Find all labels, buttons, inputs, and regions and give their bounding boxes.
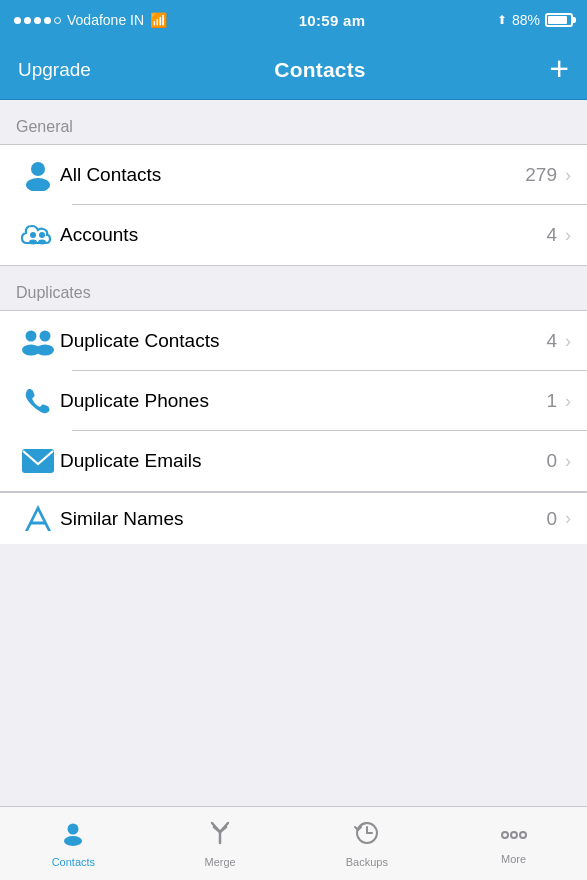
content-area: General All Contacts 279 › xyxy=(0,100,587,806)
dup-contacts-icon xyxy=(16,326,60,356)
status-left: Vodafone IN 📶 xyxy=(14,12,167,28)
dup-contacts-label: Duplicate Contacts xyxy=(60,330,546,352)
all-contacts-count: 279 xyxy=(525,164,557,186)
status-right: ⬆ 88% xyxy=(497,12,573,28)
upgrade-button[interactable]: Upgrade xyxy=(18,59,91,81)
signal-dot-2 xyxy=(24,17,31,24)
merge-tab-label: Merge xyxy=(205,856,236,868)
dup-contacts-count: 4 xyxy=(546,330,557,352)
svg-point-21 xyxy=(520,832,526,838)
accounts-chevron: › xyxy=(565,225,571,246)
dup-emails-row[interactable]: Duplicate Emails 0 › xyxy=(0,431,587,491)
svg-point-3 xyxy=(29,240,37,245)
battery-percent: 88% xyxy=(512,12,540,28)
all-contacts-row[interactable]: All Contacts 279 › xyxy=(0,145,587,205)
signal-dot-4 xyxy=(44,17,51,24)
tab-more[interactable]: More xyxy=(440,807,587,880)
dup-phones-chevron: › xyxy=(565,391,571,412)
backups-tab-label: Backups xyxy=(346,856,388,868)
signal-dots xyxy=(14,17,61,24)
svg-point-1 xyxy=(26,178,50,191)
accounts-row[interactable]: Accounts 4 › xyxy=(0,205,587,265)
similar-names-icon xyxy=(16,503,60,535)
dup-emails-label: Duplicate Emails xyxy=(60,450,546,472)
svg-rect-10 xyxy=(22,449,54,473)
similar-names-label: Similar Names xyxy=(60,508,546,530)
more-tab-icon xyxy=(501,823,527,849)
svg-point-2 xyxy=(30,232,36,238)
dup-phones-row[interactable]: Duplicate Phones 1 › xyxy=(0,371,587,431)
svg-point-14 xyxy=(64,836,82,846)
svg-point-9 xyxy=(36,345,54,356)
svg-point-6 xyxy=(26,331,37,342)
similar-names-chevron: › xyxy=(565,508,571,529)
general-section-header: General xyxy=(0,100,587,144)
backups-tab-icon xyxy=(354,820,380,852)
tab-contacts[interactable]: Contacts xyxy=(0,807,147,880)
dup-phones-label: Duplicate Phones xyxy=(60,390,546,412)
dup-emails-icon xyxy=(16,448,60,474)
dup-contacts-chevron: › xyxy=(565,331,571,352)
dup-phones-icon xyxy=(16,386,60,416)
duplicates-section-header: Duplicates xyxy=(0,266,587,310)
contacts-tab-icon xyxy=(60,820,86,852)
merge-tab-icon xyxy=(207,820,233,852)
carrier-label: Vodafone IN xyxy=(67,12,144,28)
page-title: Contacts xyxy=(274,58,365,82)
tab-bar: Contacts Merge Backups xyxy=(0,806,587,880)
accounts-label: Accounts xyxy=(60,224,546,246)
svg-point-13 xyxy=(68,823,79,834)
location-arrow-icon: ⬆ xyxy=(497,13,507,27)
more-tab-label: More xyxy=(501,853,526,865)
similar-names-count: 0 xyxy=(546,508,557,530)
all-contacts-icon xyxy=(16,159,60,191)
dup-emails-count: 0 xyxy=(546,450,557,472)
signal-dot-1 xyxy=(14,17,21,24)
status-bar: Vodafone IN 📶 10:59 am ⬆ 88% xyxy=(0,0,587,40)
accounts-icon xyxy=(16,221,60,249)
nav-bar: Upgrade Contacts + xyxy=(0,40,587,100)
all-contacts-chevron: › xyxy=(565,165,571,186)
status-time: 10:59 am xyxy=(299,12,366,29)
tab-backups[interactable]: Backups xyxy=(294,807,441,880)
svg-point-8 xyxy=(40,331,51,342)
svg-point-4 xyxy=(39,232,45,238)
signal-dot-3 xyxy=(34,17,41,24)
svg-point-0 xyxy=(31,162,45,176)
all-contacts-label: All Contacts xyxy=(60,164,525,186)
accounts-count: 4 xyxy=(546,224,557,246)
similar-names-partial-row[interactable]: Similar Names 0 › xyxy=(0,492,587,544)
add-button[interactable]: + xyxy=(549,51,569,85)
duplicates-list: Duplicate Contacts 4 › Duplicate Phones … xyxy=(0,310,587,492)
tab-merge[interactable]: Merge xyxy=(147,807,294,880)
svg-point-20 xyxy=(511,832,517,838)
dup-contacts-row[interactable]: Duplicate Contacts 4 › xyxy=(0,311,587,371)
signal-dot-5 xyxy=(54,17,61,24)
wifi-icon: 📶 xyxy=(150,12,167,28)
battery-icon xyxy=(545,13,573,27)
contacts-tab-label: Contacts xyxy=(52,856,95,868)
svg-point-19 xyxy=(502,832,508,838)
svg-point-5 xyxy=(38,240,46,245)
dup-phones-count: 1 xyxy=(546,390,557,412)
dup-emails-chevron: › xyxy=(565,451,571,472)
svg-marker-11 xyxy=(25,505,51,531)
general-list: All Contacts 279 › Accounts 4 › xyxy=(0,144,587,266)
